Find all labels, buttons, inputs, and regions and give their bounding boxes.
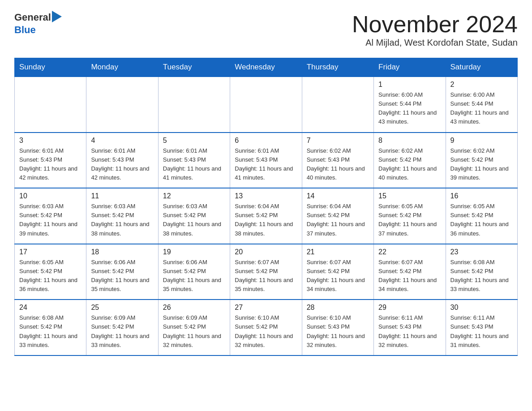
weekday-header-thursday: Thursday — [302, 58, 373, 77]
calendar-cell: 7Sunrise: 6:02 AMSunset: 5:43 PMDaylight… — [302, 133, 373, 188]
day-info: Sunrise: 6:11 AMSunset: 5:43 PMDaylight:… — [450, 313, 513, 350]
day-number: 24 — [19, 304, 82, 312]
calendar-cell: 23Sunrise: 6:08 AMSunset: 5:42 PMDayligh… — [446, 244, 517, 300]
calendar-cell: 18Sunrise: 6:06 AMSunset: 5:42 PMDayligh… — [86, 244, 158, 300]
day-info: Sunrise: 6:06 AMSunset: 5:42 PMDaylight:… — [91, 258, 153, 294]
title-block: November 2024 Al Mijlad, West Kordofan S… — [352, 11, 518, 54]
calendar-cell: 9Sunrise: 6:02 AMSunset: 5:42 PMDaylight… — [446, 133, 517, 188]
calendar-cell: 1Sunrise: 6:00 AMSunset: 5:44 PMDaylight… — [374, 77, 446, 133]
weekday-header-row: SundayMondayTuesdayWednesdayThursdayFrid… — [15, 58, 518, 77]
day-info: Sunrise: 6:07 AMSunset: 5:42 PMDaylight:… — [307, 258, 369, 294]
calendar-cell — [86, 77, 158, 133]
weekday-header-friday: Friday — [374, 58, 446, 77]
logo: General Blue — [14, 11, 62, 36]
day-number: 7 — [307, 137, 369, 145]
day-number: 6 — [235, 137, 297, 145]
day-number: 12 — [163, 192, 225, 200]
day-info: Sunrise: 6:02 AMSunset: 5:43 PMDaylight:… — [307, 146, 369, 183]
day-info: Sunrise: 6:04 AMSunset: 5:42 PMDaylight:… — [307, 202, 369, 238]
calendar-week-row: 24Sunrise: 6:08 AMSunset: 5:42 PMDayligh… — [15, 300, 518, 355]
calendar-cell: 21Sunrise: 6:07 AMSunset: 5:42 PMDayligh… — [302, 244, 373, 300]
calendar-week-row: 10Sunrise: 6:03 AMSunset: 5:42 PMDayligh… — [15, 188, 518, 244]
calendar-cell: 24Sunrise: 6:08 AMSunset: 5:42 PMDayligh… — [15, 300, 86, 355]
day-info: Sunrise: 6:03 AMSunset: 5:42 PMDaylight:… — [19, 202, 82, 238]
day-info: Sunrise: 6:05 AMSunset: 5:42 PMDaylight:… — [19, 258, 82, 294]
day-number: 4 — [91, 137, 153, 145]
calendar-cell — [158, 77, 230, 133]
day-number: 10 — [19, 192, 82, 200]
calendar-cell: 26Sunrise: 6:09 AMSunset: 5:42 PMDayligh… — [158, 300, 230, 355]
day-number: 21 — [307, 248, 369, 256]
day-info: Sunrise: 6:03 AMSunset: 5:42 PMDaylight:… — [163, 202, 225, 238]
calendar-cell — [15, 77, 86, 133]
calendar-cell: 20Sunrise: 6:07 AMSunset: 5:42 PMDayligh… — [230, 244, 302, 300]
calendar-cell: 11Sunrise: 6:03 AMSunset: 5:42 PMDayligh… — [86, 188, 158, 244]
day-info: Sunrise: 6:08 AMSunset: 5:42 PMDaylight:… — [19, 313, 82, 350]
day-number: 2 — [450, 81, 513, 89]
day-info: Sunrise: 6:08 AMSunset: 5:42 PMDaylight:… — [450, 258, 513, 294]
day-info: Sunrise: 6:05 AMSunset: 5:42 PMDaylight:… — [450, 202, 513, 238]
calendar-cell: 13Sunrise: 6:04 AMSunset: 5:42 PMDayligh… — [230, 188, 302, 244]
calendar-cell: 10Sunrise: 6:03 AMSunset: 5:42 PMDayligh… — [15, 188, 86, 244]
day-info: Sunrise: 6:01 AMSunset: 5:43 PMDaylight:… — [235, 146, 297, 183]
day-info: Sunrise: 6:02 AMSunset: 5:42 PMDaylight:… — [378, 146, 441, 183]
day-info: Sunrise: 6:10 AMSunset: 5:43 PMDaylight:… — [307, 313, 369, 350]
calendar-cell: 17Sunrise: 6:05 AMSunset: 5:42 PMDayligh… — [15, 244, 86, 300]
calendar-week-row: 1Sunrise: 6:00 AMSunset: 5:44 PMDaylight… — [15, 77, 518, 133]
day-number: 23 — [450, 248, 513, 256]
day-number: 27 — [235, 304, 297, 312]
day-info: Sunrise: 6:09 AMSunset: 5:42 PMDaylight:… — [163, 313, 225, 350]
calendar-cell: 3Sunrise: 6:01 AMSunset: 5:43 PMDaylight… — [15, 133, 86, 188]
day-info: Sunrise: 6:05 AMSunset: 5:42 PMDaylight:… — [378, 202, 441, 238]
day-number: 22 — [378, 248, 441, 256]
calendar-cell: 16Sunrise: 6:05 AMSunset: 5:42 PMDayligh… — [446, 188, 517, 244]
day-number: 18 — [91, 248, 153, 256]
day-info: Sunrise: 6:06 AMSunset: 5:42 PMDaylight:… — [163, 258, 225, 294]
calendar-cell: 29Sunrise: 6:11 AMSunset: 5:43 PMDayligh… — [374, 300, 446, 355]
day-number: 5 — [163, 137, 225, 145]
calendar-cell: 4Sunrise: 6:01 AMSunset: 5:43 PMDaylight… — [86, 133, 158, 188]
day-number: 13 — [235, 192, 297, 200]
calendar-cell: 27Sunrise: 6:10 AMSunset: 5:42 PMDayligh… — [230, 300, 302, 355]
calendar-table: SundayMondayTuesdayWednesdayThursdayFrid… — [14, 58, 518, 356]
calendar-week-row: 17Sunrise: 6:05 AMSunset: 5:42 PMDayligh… — [15, 244, 518, 300]
day-info: Sunrise: 6:00 AMSunset: 5:44 PMDaylight:… — [450, 90, 513, 127]
calendar-cell: 12Sunrise: 6:03 AMSunset: 5:42 PMDayligh… — [158, 188, 230, 244]
day-info: Sunrise: 6:10 AMSunset: 5:42 PMDaylight:… — [235, 313, 297, 350]
calendar-cell: 6Sunrise: 6:01 AMSunset: 5:43 PMDaylight… — [230, 133, 302, 188]
day-info: Sunrise: 6:00 AMSunset: 5:44 PMDaylight:… — [378, 90, 441, 127]
day-number: 11 — [91, 192, 153, 200]
calendar-cell: 25Sunrise: 6:09 AMSunset: 5:42 PMDayligh… — [86, 300, 158, 355]
day-number: 26 — [163, 304, 225, 312]
day-number: 25 — [91, 304, 153, 312]
weekday-header-tuesday: Tuesday — [158, 58, 230, 77]
day-number: 1 — [378, 81, 441, 89]
logo-blue-text: Blue — [14, 24, 36, 35]
day-info: Sunrise: 6:04 AMSunset: 5:42 PMDaylight:… — [235, 202, 297, 238]
day-number: 14 — [307, 192, 369, 200]
calendar-week-row: 3Sunrise: 6:01 AMSunset: 5:43 PMDaylight… — [15, 133, 518, 188]
calendar-cell: 19Sunrise: 6:06 AMSunset: 5:42 PMDayligh… — [158, 244, 230, 300]
calendar-cell: 14Sunrise: 6:04 AMSunset: 5:42 PMDayligh… — [302, 188, 373, 244]
day-info: Sunrise: 6:07 AMSunset: 5:42 PMDaylight:… — [378, 258, 441, 294]
calendar-cell: 2Sunrise: 6:00 AMSunset: 5:44 PMDaylight… — [446, 77, 517, 133]
location-subtitle: Al Mijlad, West Kordofan State, Sudan — [352, 38, 518, 48]
day-number: 19 — [163, 248, 225, 256]
calendar-cell: 28Sunrise: 6:10 AMSunset: 5:43 PMDayligh… — [302, 300, 373, 355]
page-header: General Blue November 2024 Al Mijlad, We… — [14, 11, 518, 54]
calendar-cell: 22Sunrise: 6:07 AMSunset: 5:42 PMDayligh… — [374, 244, 446, 300]
weekday-header-wednesday: Wednesday — [230, 58, 302, 77]
weekday-header-sunday: Sunday — [15, 58, 86, 77]
day-number: 8 — [378, 137, 441, 145]
calendar-cell: 30Sunrise: 6:11 AMSunset: 5:43 PMDayligh… — [446, 300, 517, 355]
calendar-cell — [302, 77, 373, 133]
day-number: 3 — [19, 137, 82, 145]
day-number: 29 — [378, 304, 441, 312]
logo-general-text: General — [14, 12, 51, 23]
day-info: Sunrise: 6:01 AMSunset: 5:43 PMDaylight:… — [163, 146, 225, 183]
day-number: 30 — [450, 304, 513, 312]
day-info: Sunrise: 6:07 AMSunset: 5:42 PMDaylight:… — [235, 258, 297, 294]
calendar-cell: 15Sunrise: 6:05 AMSunset: 5:42 PMDayligh… — [374, 188, 446, 244]
month-title: November 2024 — [352, 11, 518, 38]
day-info: Sunrise: 6:01 AMSunset: 5:43 PMDaylight:… — [91, 146, 153, 183]
